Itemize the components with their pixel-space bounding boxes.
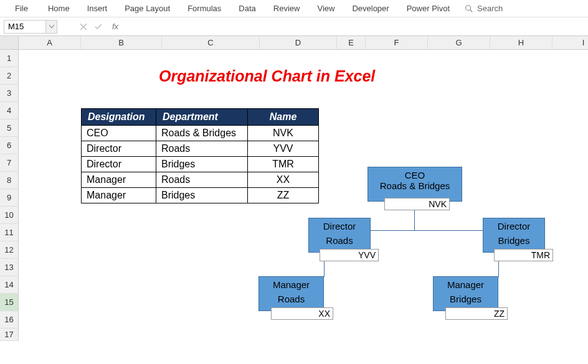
row-header-5[interactable]: 5 xyxy=(0,119,19,137)
org-title: Director xyxy=(310,221,369,231)
col-header-E[interactable]: E xyxy=(337,36,366,50)
row-header-13[interactable]: 13 xyxy=(0,259,19,276)
row-header-1[interactable]: 1 xyxy=(0,50,19,67)
cancel-formula-button[interactable] xyxy=(76,20,91,34)
tab-data[interactable]: Data xyxy=(230,1,264,16)
search-icon xyxy=(465,4,473,13)
org-node-ceo[interactable]: CEO Roads & Bridges xyxy=(368,167,462,202)
tab-formulas[interactable]: Formulas xyxy=(179,1,230,16)
tab-view[interactable]: View xyxy=(308,1,343,16)
cell-designation[interactable]: CEO xyxy=(82,126,156,141)
org-node-mgr1[interactable]: Manager Roads xyxy=(258,276,324,311)
cell-department[interactable]: Roads xyxy=(156,141,248,157)
connector xyxy=(414,210,415,230)
svg-point-0 xyxy=(466,5,471,10)
cell-name[interactable]: YVV xyxy=(248,141,319,157)
cell-department[interactable]: Roads & Bridges xyxy=(156,126,248,141)
col-header-C[interactable]: C xyxy=(162,36,260,50)
org-title: Director xyxy=(485,221,543,231)
org-dept: Roads & Bridges xyxy=(369,180,460,191)
cell-department[interactable]: Bridges xyxy=(156,157,248,172)
th-name[interactable]: Name xyxy=(248,109,319,126)
tab-review[interactable]: Review xyxy=(265,1,309,16)
check-icon xyxy=(95,24,102,30)
row-header-12[interactable]: 12 xyxy=(0,241,19,259)
col-header-H[interactable]: H xyxy=(490,36,552,50)
col-header-B[interactable]: B xyxy=(81,36,162,50)
org-dept: Bridges xyxy=(435,294,496,304)
row-header-7[interactable]: 7 xyxy=(0,154,19,172)
search-label: Search xyxy=(477,4,503,13)
col-header-F[interactable]: F xyxy=(366,36,428,50)
org-dept: Roads xyxy=(260,294,322,304)
tab-power-pivot[interactable]: Power Pivot xyxy=(398,1,458,16)
col-header-D[interactable]: D xyxy=(260,36,337,50)
cell-department[interactable]: Roads xyxy=(156,172,248,188)
org-name-dir1[interactable]: YVV xyxy=(320,249,379,261)
connector xyxy=(498,261,499,276)
org-name-mgr1[interactable]: XX xyxy=(271,307,333,320)
org-title: Manager xyxy=(435,279,496,290)
col-header-A[interactable]: A xyxy=(19,36,81,50)
row-header-9[interactable]: 9 xyxy=(0,189,19,207)
org-title: CEO xyxy=(369,170,460,180)
row-header-6[interactable]: 6 xyxy=(0,137,19,154)
x-icon xyxy=(80,24,87,30)
chevron-down-icon xyxy=(49,25,54,29)
org-dept: Bridges xyxy=(485,235,543,246)
tab-page-layout[interactable]: Page Layout xyxy=(116,1,179,16)
table-row: CEO Roads & Bridges NVK xyxy=(82,126,319,141)
org-chart[interactable]: CEO Roads & Bridges NVK Director Roads Y… xyxy=(246,167,588,364)
row-header-11[interactable]: 11 xyxy=(0,224,19,241)
name-box-dropdown[interactable] xyxy=(46,20,57,34)
tab-developer[interactable]: Developer xyxy=(343,1,397,16)
worksheet-grid: ABCDEFGHI 1234567891011121314151617 Orga… xyxy=(0,36,588,364)
col-header-G[interactable]: G xyxy=(428,36,490,50)
cell-designation[interactable]: Director xyxy=(82,157,156,172)
formula-bar: M15 fx xyxy=(0,17,588,36)
org-title: Manager xyxy=(260,279,322,290)
org-name-dir2[interactable]: TMR xyxy=(494,249,553,261)
row-header-2[interactable]: 2 xyxy=(0,67,19,85)
row-header-10[interactable]: 10 xyxy=(0,207,19,224)
cell-designation[interactable]: Manager xyxy=(82,172,156,188)
connector xyxy=(324,261,325,276)
org-node-dir2[interactable]: Director Bridges xyxy=(483,218,545,253)
col-header-I[interactable]: I xyxy=(552,36,588,50)
row-header-3[interactable]: 3 xyxy=(0,85,19,102)
tab-file[interactable]: File xyxy=(4,1,39,16)
cell-department[interactable]: Bridges xyxy=(156,188,248,203)
page-title: Organizational Chart in Excel xyxy=(159,67,375,85)
cell-designation[interactable]: Manager xyxy=(82,188,156,203)
tab-home[interactable]: Home xyxy=(39,1,78,16)
ribbon-tabs: File Home Insert Page Layout Formulas Da… xyxy=(0,0,588,17)
org-node-dir1[interactable]: Director Roads xyxy=(308,218,371,253)
cell-name[interactable]: NVK xyxy=(248,126,319,141)
table-row: Director Roads YVV xyxy=(82,141,319,157)
row-header-16[interactable]: 16 xyxy=(0,311,19,329)
cell-designation[interactable]: Director xyxy=(82,141,156,157)
org-dept: Roads xyxy=(310,235,369,246)
row-header-8[interactable]: 8 xyxy=(0,172,19,189)
th-designation[interactable]: Designation xyxy=(82,109,156,126)
confirm-formula-button[interactable] xyxy=(91,20,106,34)
name-box[interactable]: M15 xyxy=(4,20,46,34)
row-header-15[interactable]: 15 xyxy=(0,294,19,311)
fx-label: fx xyxy=(112,22,118,31)
select-all-cell[interactable] xyxy=(0,36,19,50)
search-box[interactable]: Search xyxy=(465,4,503,13)
fx-button[interactable]: fx xyxy=(106,20,121,34)
org-node-mgr2[interactable]: Manager Bridges xyxy=(433,276,498,311)
svg-line-1 xyxy=(470,9,473,12)
row-header-14[interactable]: 14 xyxy=(0,276,19,294)
row-header-4[interactable]: 4 xyxy=(0,102,19,119)
org-name-ceo[interactable]: NVK xyxy=(384,198,450,210)
org-name-mgr2[interactable]: ZZ xyxy=(445,307,508,320)
sheet-content[interactable]: Organizational Chart in Excel Designatio… xyxy=(19,50,588,364)
row-header-17[interactable]: 17 xyxy=(0,329,19,341)
th-department[interactable]: Department xyxy=(156,109,248,126)
tab-insert[interactable]: Insert xyxy=(78,1,116,16)
